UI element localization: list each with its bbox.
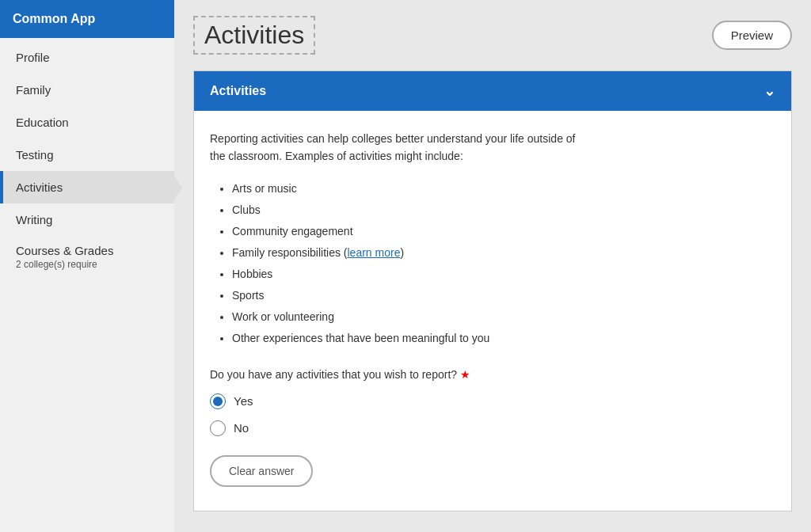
sidebar-item-testing[interactable]: Testing [0, 139, 174, 171]
clear-answer-button[interactable]: Clear answer [210, 455, 313, 487]
radio-group: Yes No [210, 393, 775, 436]
sidebar-label-courses-grades: Courses & Grades [16, 244, 158, 257]
radio-no-label[interactable]: No [210, 420, 775, 436]
sidebar-label-family: Family [16, 83, 51, 97]
sidebar-desc-courses-grades: 2 college(s) require [16, 259, 158, 270]
list-item: Family responsibilities (learn more) [232, 242, 775, 264]
sidebar-label-education: Education [16, 116, 69, 129]
main-content: Activities Preview Activities ⌄ Reportin… [174, 0, 811, 532]
sidebar-item-activities[interactable]: Activities [0, 171, 174, 203]
sidebar: Common App Profile Family Education Test… [0, 0, 174, 532]
sidebar-label-testing: Testing [16, 148, 54, 162]
list-item: Work or volunteering [232, 306, 775, 328]
list-item: Clubs [232, 200, 775, 221]
page-header: Activities Preview [193, 16, 792, 55]
list-item: Hobbies [232, 264, 775, 285]
list-item: Arts or music [232, 178, 775, 200]
question-text: Do you have any activities that you wish… [210, 368, 775, 381]
sidebar-item-writing[interactable]: Writing [0, 203, 174, 236]
sidebar-item-profile[interactable]: Profile [0, 41, 174, 74]
activities-list: Arts or music Clubs Community engagement… [232, 178, 775, 349]
list-item: Sports [232, 285, 775, 306]
radio-yes-text: Yes [234, 394, 253, 408]
sidebar-item-courses-grades[interactable]: Courses & Grades 2 college(s) require [0, 236, 174, 278]
activities-section-card: Activities ⌄ Reporting activities can he… [193, 70, 792, 511]
sidebar-label-writing: Writing [16, 213, 52, 226]
preview-button[interactable]: Preview [712, 21, 792, 50]
radio-yes[interactable] [210, 393, 226, 409]
section-header-title: Activities [210, 84, 266, 98]
section-header[interactable]: Activities ⌄ [194, 71, 791, 111]
sidebar-nav: Profile Family Education Testing Activit… [0, 38, 174, 278]
sidebar-item-education[interactable]: Education [0, 106, 174, 139]
list-item: Other experiences that have been meaning… [232, 328, 775, 349]
intro-text: Reporting activities can help colleges b… [210, 130, 775, 165]
learn-more-link[interactable]: learn more [348, 246, 401, 259]
radio-no[interactable] [210, 420, 226, 436]
chevron-down-icon: ⌄ [763, 82, 775, 100]
list-item: Community engagement [232, 221, 775, 242]
app-title: Common App [0, 0, 174, 38]
sidebar-label-activities: Activities [16, 180, 63, 194]
required-indicator: ★ [460, 368, 470, 381]
sidebar-item-family[interactable]: Family [0, 74, 174, 106]
radio-yes-label[interactable]: Yes [210, 393, 775, 409]
sidebar-label-profile: Profile [16, 51, 50, 64]
section-body: Reporting activities can help colleges b… [194, 111, 791, 511]
radio-no-text: No [234, 421, 249, 435]
page-title: Activities [193, 16, 315, 55]
